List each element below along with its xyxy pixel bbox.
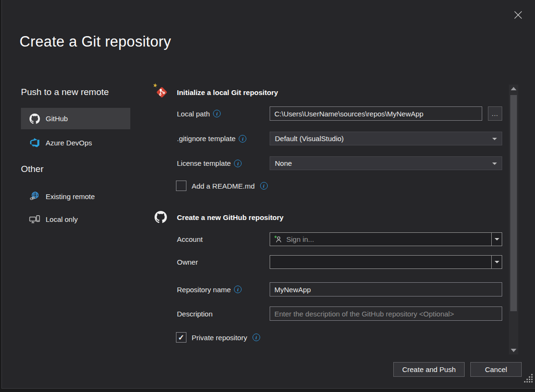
resize-grip[interactable] [524, 374, 533, 385]
license-dropdown[interactable]: None [270, 156, 502, 170]
sidebar-item-local-only[interactable]: Local only [21, 210, 130, 229]
info-icon[interactable]: i [234, 160, 242, 167]
sidebar-item-github-label: GitHub [46, 115, 68, 123]
globe-link-icon [29, 191, 40, 202]
private-repository-checkbox[interactable]: ✓ [176, 332, 186, 343]
info-icon[interactable]: i [239, 135, 246, 143]
github-icon [29, 113, 40, 124]
description-label: Description [177, 310, 213, 318]
init-section-heading: Initialize a local Git repository [177, 88, 278, 96]
account-signin-text: Sign in... [286, 235, 314, 243]
create-git-repository-dialog: Create a Git repository Push to a new re… [1, 0, 535, 389]
browse-button[interactable]: ... [488, 106, 502, 121]
info-icon[interactable]: i [234, 286, 242, 293]
license-row: License template i None [177, 156, 502, 170]
create-and-push-button[interactable]: Create and Push [393, 362, 465, 377]
chevron-down-icon [492, 138, 497, 140]
gitignore-dropdown[interactable]: Default (VisualStudio) [270, 132, 502, 145]
add-user-icon [274, 235, 282, 243]
private-repository-row: ✓ Private repository i [176, 332, 260, 343]
sidebar-item-local-only-label: Local only [46, 215, 78, 223]
git-init-icon [153, 83, 171, 103]
triangle-up-icon [511, 87, 516, 90]
push-remote-heading: Push to a new remote [21, 87, 109, 97]
sidebar-item-azure-devops[interactable]: Azure DevOps [21, 134, 130, 152]
local-path-label: Local path [177, 110, 210, 118]
account-combo[interactable]: Sign in... [270, 232, 502, 246]
readme-row: Add a README.md i [176, 181, 268, 191]
info-icon[interactable]: i [260, 182, 268, 190]
account-row: Account Sign in... [177, 232, 502, 246]
owner-dropdown-button[interactable] [491, 256, 502, 268]
local-path-input[interactable] [274, 110, 477, 118]
dialog-title: Create a Git repository [19, 33, 171, 50]
description-input[interactable] [274, 310, 497, 318]
computer-icon [29, 213, 40, 225]
gitignore-label: .gitignore template [177, 134, 235, 143]
scroll-down-button[interactable] [509, 346, 518, 354]
repository-name-row: Repository name i [177, 282, 502, 296]
other-heading: Other [21, 164, 44, 174]
sidebar-item-existing-remote-label: Existing remote [46, 192, 95, 201]
chevron-down-icon [495, 238, 499, 240]
readme-checkbox[interactable] [176, 181, 186, 191]
sidebar-item-github[interactable]: GitHub [21, 108, 130, 129]
azure-devops-icon [29, 137, 40, 148]
info-icon[interactable]: i [213, 110, 221, 117]
sidebar-item-azure-devops-label: Azure DevOps [46, 139, 92, 147]
close-icon [514, 11, 522, 19]
readme-label: Add a README.md [192, 182, 255, 190]
license-dropdown-value: None [275, 159, 292, 167]
local-path-row: Local path i ... [177, 106, 502, 121]
repository-name-label: Repository name [177, 286, 231, 294]
cancel-button[interactable]: Cancel [470, 362, 522, 377]
private-repository-label: Private repository [192, 334, 247, 342]
owner-row: Owner [177, 255, 502, 269]
vertical-scrollbar[interactable] [509, 85, 518, 354]
license-label: License template [177, 159, 231, 167]
account-dropdown-button[interactable] [491, 233, 502, 246]
repository-name-input[interactable] [274, 286, 497, 294]
triangle-down-icon [511, 349, 516, 352]
info-icon[interactable]: i [253, 334, 260, 341]
chevron-down-icon [492, 163, 497, 165]
repository-name-field[interactable] [270, 282, 502, 296]
owner-label: Owner [177, 258, 198, 266]
scroll-up-button[interactable] [509, 85, 518, 93]
account-label: Account [177, 235, 203, 243]
sparkle-shape [153, 83, 157, 87]
chevron-down-icon [495, 261, 499, 263]
github-icon [155, 211, 167, 225]
local-path-field[interactable] [270, 106, 482, 121]
checkmark-icon: ✓ [178, 333, 184, 342]
description-row: Description [177, 306, 502, 321]
gitignore-dropdown-value: Default (VisualStudio) [275, 134, 344, 143]
sidebar-item-existing-remote[interactable]: Existing remote [21, 187, 130, 206]
description-field[interactable] [270, 306, 502, 321]
gitignore-row: .gitignore template i Default (VisualStu… [177, 132, 502, 145]
owner-combo[interactable] [270, 255, 502, 269]
close-button[interactable] [510, 8, 525, 22]
github-section-heading: Create a new GitHub repository [177, 213, 283, 221]
scrollbar-thumb[interactable] [510, 95, 517, 311]
